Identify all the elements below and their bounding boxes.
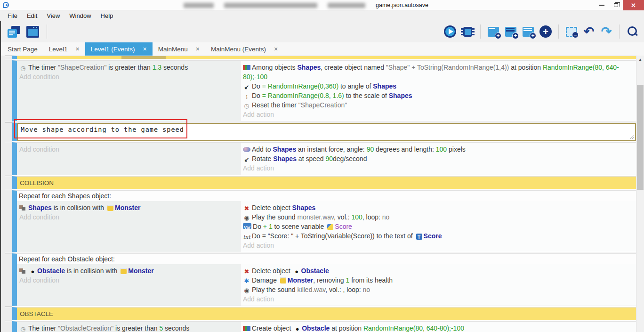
plus-circle-icon: + bbox=[539, 25, 552, 38]
add-comment-icon: + bbox=[505, 27, 516, 37]
tab-mainmenu-events-[interactable]: MainMenu (Events)× bbox=[205, 42, 283, 56]
add-subevent-button[interactable]: + bbox=[521, 24, 535, 39]
obstacle-icon bbox=[294, 268, 300, 275]
project-manager-button[interactable] bbox=[7, 24, 21, 39]
tab-label: Start Page bbox=[8, 46, 38, 53]
action-line[interactable]: Play the sound monster.wav, vol.: 100, l… bbox=[241, 212, 636, 222]
section-comment-event[interactable]: OBSTACLE bbox=[12, 307, 636, 320]
action-line[interactable]: Do = RandomInRange(0,360) to angle of Sh… bbox=[241, 81, 636, 91]
action-line[interactable]: Among objects Shapes, create object name… bbox=[241, 63, 636, 81]
sound-icon bbox=[243, 287, 250, 293]
action-line[interactable]: Delete object Shapes bbox=[241, 203, 636, 212]
add-action-button[interactable]: Add action bbox=[241, 163, 636, 173]
menu-item-edit[interactable]: Edit bbox=[22, 12, 42, 19]
foreach-header[interactable]: Repeat for each Shapes object: bbox=[17, 191, 636, 201]
condition-line[interactable]: Shapes is in collision with Monster bbox=[17, 203, 240, 212]
tab-close-icon[interactable]: × bbox=[143, 45, 147, 53]
add-event-button[interactable]: + bbox=[486, 24, 500, 39]
tab-mainmenu[interactable]: MainMenu× bbox=[153, 42, 205, 56]
tab-close-icon[interactable]: × bbox=[76, 45, 80, 53]
scrollbar-thumb[interactable] bbox=[637, 85, 644, 190]
condition-line[interactable]: Obstacle is in collision with Monster bbox=[17, 266, 240, 275]
action-line[interactable]: Delete object Obstacle bbox=[241, 266, 636, 275]
standard-event[interactable]: The timer "ObstacleCreation" is greater … bbox=[12, 321, 636, 332]
text-segment: Shapes bbox=[298, 64, 321, 71]
text-segment: at speed bbox=[297, 155, 326, 162]
standard-event[interactable]: Add conditionAdd to Shapes an instant fo… bbox=[12, 142, 636, 175]
comment-strip-highlight bbox=[121, 56, 166, 59]
add-condition-button[interactable]: Add condition bbox=[17, 145, 240, 154]
add-action-button[interactable]: Add action bbox=[241, 110, 636, 119]
text-segment: at position bbox=[509, 64, 543, 71]
menu-item-help[interactable]: Help bbox=[96, 12, 118, 19]
text-segment: Monster bbox=[288, 276, 313, 284]
text-segment: 100 bbox=[436, 146, 447, 153]
add-comment-button[interactable]: + bbox=[504, 24, 518, 39]
add-condition-button[interactable]: Add condition bbox=[17, 72, 240, 81]
gutter-tick bbox=[5, 122, 12, 122]
standard-event[interactable]: The timer "ShapeCreation" is greater tha… bbox=[12, 60, 636, 121]
menu-item-view[interactable]: View bbox=[42, 12, 64, 19]
redacted-title-text bbox=[328, 3, 365, 8]
close-button[interactable]: ✕ bbox=[623, 0, 644, 10]
redo-button[interactable]: ↷ bbox=[599, 24, 613, 39]
tab-level1[interactable]: Level1× bbox=[43, 42, 85, 56]
text-segment: Obstacle bbox=[37, 267, 65, 275]
text-segment: Do bbox=[252, 232, 262, 240]
add-condition-button[interactable]: Add condition bbox=[17, 275, 240, 285]
menu-item-file[interactable]: File bbox=[3, 12, 22, 19]
restore-button[interactable] bbox=[609, 0, 623, 10]
text-segment: = RandomInRange(0.8, 1.6) bbox=[262, 92, 344, 99]
text-segment: Do bbox=[252, 92, 262, 99]
scene-editor-button[interactable] bbox=[25, 24, 40, 39]
add-action-button[interactable]: Add action bbox=[241, 294, 636, 304]
action-line[interactable]: Create object Obstacle at position Rando… bbox=[241, 324, 636, 332]
minimize-button[interactable] bbox=[595, 0, 609, 10]
text-segment: RandomInRange(80, 640- bbox=[543, 64, 619, 71]
event-gutter bbox=[1, 56, 12, 332]
foreach-event[interactable]: Repeat for each Shapes object:Shapes is … bbox=[12, 190, 636, 252]
action-line[interactable]: Reset the timer "ShapeCreation" bbox=[241, 100, 636, 110]
action-line[interactable]: Play the sound killed.wav, vol.: , loop:… bbox=[241, 285, 636, 294]
add-event-icon: + bbox=[488, 27, 499, 37]
redacted-title-text bbox=[184, 3, 214, 8]
action-line[interactable]: Add to Shapes an instant force, angle: 9… bbox=[241, 145, 636, 154]
text-segment: is in collision with bbox=[65, 267, 119, 275]
remove-event-button[interactable]: – bbox=[564, 24, 579, 39]
undo-button[interactable]: ↶ bbox=[582, 24, 596, 39]
text-segment: is greater than bbox=[106, 64, 152, 71]
tab-close-icon[interactable]: × bbox=[274, 45, 278, 53]
preview-play-button[interactable] bbox=[443, 24, 457, 39]
text-segment: Shapes bbox=[273, 155, 297, 162]
text-segment: Monster bbox=[128, 267, 153, 275]
annotation-red-box bbox=[14, 119, 187, 138]
action-line[interactable]: Damage Monster, removing 1 from its heal… bbox=[241, 275, 636, 285]
condition-line[interactable]: The timer "ShapeCreation" is greater tha… bbox=[17, 63, 240, 72]
section-comment-event[interactable]: COLLISION bbox=[12, 176, 636, 189]
foreach-event[interactable]: Repeat for each Obstacle object:Obstacle… bbox=[12, 253, 636, 306]
vertical-scrollbar[interactable]: ▲ bbox=[636, 56, 644, 332]
text-segment: to scene variable bbox=[273, 223, 326, 230]
action-line[interactable]: Do + 1 to scene variable Score bbox=[241, 222, 636, 231]
text-segment: , create object named bbox=[321, 64, 386, 71]
gutter-tick bbox=[5, 56, 12, 56]
menu-item-window[interactable]: Window bbox=[64, 12, 96, 19]
tab-level1-events-[interactable]: Level1 (Events)× bbox=[85, 42, 153, 56]
action-line[interactable]: Do = "Score: " + ToString(Variable(Score… bbox=[241, 231, 636, 241]
action-line[interactable]: Do = RandomInRange(0.8, 1.6) to the scal… bbox=[241, 91, 636, 100]
foreach-header[interactable]: Repeat for each Obstacle object: bbox=[17, 254, 636, 264]
debug-button[interactable] bbox=[460, 24, 475, 39]
text-segment: Delete object bbox=[252, 267, 292, 275]
add-action-button[interactable]: Add action bbox=[241, 241, 636, 250]
search-button[interactable] bbox=[625, 24, 639, 39]
condition-line[interactable]: The timer "ObstacleCreation" is greater … bbox=[17, 324, 240, 332]
add-condition-button[interactable]: Add condition bbox=[17, 212, 240, 222]
textobj-icon bbox=[416, 234, 422, 240]
tab-close-icon[interactable]: × bbox=[196, 45, 200, 53]
scroll-up-arrow-icon[interactable]: ▲ bbox=[636, 56, 644, 63]
text-segment: from its health bbox=[349, 276, 393, 284]
action-line[interactable]: Rotate Shapes at speed 90deg/second bbox=[241, 154, 636, 163]
tab-start-page[interactable]: Start Page bbox=[2, 42, 43, 56]
text-segment: Obstacle bbox=[302, 324, 330, 332]
add-other-event-button[interactable]: + bbox=[539, 24, 553, 39]
